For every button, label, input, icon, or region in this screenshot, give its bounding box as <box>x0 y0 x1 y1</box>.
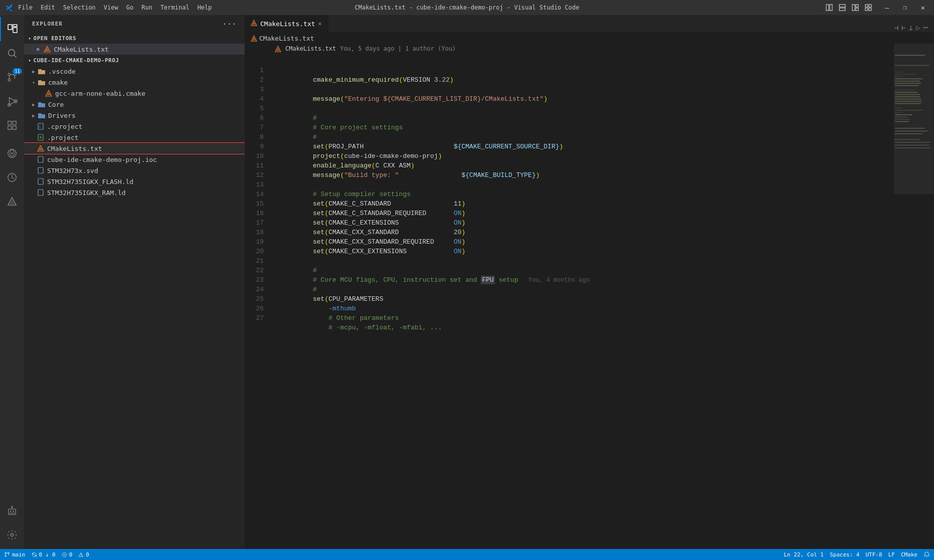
timeline-activity-icon[interactable] <box>0 165 24 190</box>
source-control-activity-icon[interactable]: 11 <box>0 65 24 89</box>
svd-file-item[interactable]: STM32H73x.svd <box>24 165 245 176</box>
cmakelists-file-item[interactable]: CMakeLists.txt <box>24 143 245 154</box>
explorer-icon[interactable] <box>0 17 24 41</box>
close-button[interactable]: ✕ <box>918 3 928 13</box>
project-file-item[interactable]: .project <box>24 132 245 143</box>
vscode-folder-icon <box>37 67 46 76</box>
line-numbers: 1 2 3 4 5 6 7 8 9 10 11 12 13 14 15 16 1… <box>245 44 270 549</box>
line-col-status-item[interactable]: Ln 22, Col 1 <box>784 551 823 558</box>
cproject-file-item[interactable]: C .cproject <box>24 121 245 132</box>
menu-help[interactable]: Help <box>198 4 212 11</box>
code-line-6: # Core project settings <box>270 113 894 123</box>
code-line-20 <box>270 247 894 256</box>
sync-status-item[interactable]: 0 ↓ 0 <box>32 551 56 558</box>
svg-rect-59 <box>895 65 930 66</box>
cmakelists-file-icon <box>36 144 45 153</box>
minimize-button[interactable]: — <box>882 3 892 13</box>
menu-file[interactable]: File <box>18 4 33 11</box>
titlebar-title-text: CMakeLists.txt - cube-ide-cmake-demo-pro… <box>355 4 580 11</box>
robot-activity-icon[interactable] <box>0 499 24 523</box>
svg-rect-70 <box>895 96 920 97</box>
open-editors-chevron: ▾ <box>28 36 32 41</box>
flash-ld-file-item[interactable]: STM32H735IGKX_FLASH.ld <box>24 176 245 187</box>
layout-icon-3[interactable] <box>852 4 859 11</box>
menu-selection[interactable]: Selection <box>63 4 96 11</box>
split-left-icon[interactable]: ⊣ <box>894 24 898 32</box>
ram-ld-file-item[interactable]: STM32H735IGKX_RAM.ld <box>24 187 245 198</box>
split-down-icon[interactable]: ⊥ <box>908 24 912 32</box>
svg-rect-75 <box>895 110 922 111</box>
svg-rect-23 <box>13 121 16 125</box>
split-right-icon[interactable]: ⊢ <box>901 24 905 32</box>
svg-rect-87 <box>895 147 931 148</box>
core-folder-item[interactable]: ▶ Core <box>24 99 245 110</box>
line-num-17: 17 <box>256 218 264 228</box>
gcc-cmake-file-item[interactable]: gcc-arm-none-eabi.cmake <box>24 88 245 99</box>
line-num-1: 1 <box>260 66 264 75</box>
branch-status-icon <box>4 551 10 557</box>
extensions-activity-icon[interactable] <box>0 113 24 137</box>
search-activity-icon[interactable] <box>0 41 24 65</box>
svg-rect-82 <box>895 131 927 132</box>
sidebar-content[interactable]: ▾ OPEN EDITORS ✕ CMakeLists.txt ▾ CUBE-I… <box>24 33 245 549</box>
menu-view[interactable]: View <box>104 4 118 11</box>
menu-terminal[interactable]: Terminal <box>160 4 190 11</box>
menu-go[interactable]: Go <box>126 4 133 11</box>
sync-icon <box>32 552 37 557</box>
titlebar-controls: — ❐ ✕ <box>826 3 928 13</box>
svg-rect-22 <box>8 121 12 125</box>
layout-icon-4[interactable] <box>865 4 872 11</box>
line-num-20: 20 <box>256 247 264 256</box>
language-status-item[interactable]: CMake <box>901 551 917 558</box>
close-editor-icon[interactable]: ✕ <box>36 46 40 53</box>
line-num-8: 8 <box>260 132 264 142</box>
cmakelists-tab[interactable]: CMakeLists.txt ✕ <box>245 15 328 32</box>
github-activity-icon[interactable] <box>0 141 24 165</box>
vscode-folder-item[interactable]: ▶ .vscode <box>24 66 245 77</box>
sidebar-header-icons: ··· <box>222 19 237 29</box>
warning-icon <box>78 552 84 557</box>
svg-rect-1 <box>830 5 832 11</box>
run-debug-activity-icon[interactable] <box>0 89 24 113</box>
line-num-11: 11 <box>256 161 264 170</box>
layout-icon-2[interactable] <box>839 4 846 11</box>
layout-icon-1[interactable] <box>826 4 833 11</box>
settings-activity-icon[interactable] <box>0 523 24 547</box>
cmake-activity-icon[interactable] <box>0 190 24 214</box>
statusbar-right: Ln 22, Col 1 Spaces: 4 UTF-8 LF CMake <box>784 551 930 558</box>
error-count: 0 <box>69 551 73 558</box>
svg-rect-6 <box>856 8 858 11</box>
code-line-7: # <box>270 123 894 132</box>
drivers-folder-chevron-icon: ▶ <box>32 113 35 118</box>
maximize-button[interactable]: ❐ <box>900 3 909 12</box>
menu-edit[interactable]: Edit <box>41 4 55 11</box>
sidebar-dots-icon[interactable]: ··· <box>222 19 237 29</box>
tab-close-icon[interactable]: ✕ <box>318 20 322 27</box>
project-section[interactable]: ▾ CUBE-IDE-CMAKE-DEMO-PROJ <box>24 55 245 66</box>
code-area[interactable]: cmake_minimum_required(VERSION 3.22) mes… <box>270 44 894 549</box>
open-editors-section[interactable]: ▾ OPEN EDITORS <box>24 33 245 44</box>
svg-rect-76 <box>895 112 902 113</box>
menu-run[interactable]: Run <box>141 4 152 11</box>
cmake-folder-label: cmake <box>48 79 68 86</box>
editor-content[interactable]: CMakeLists.txt You, 5 days ago | 1 autho… <box>245 44 934 549</box>
spaces-status-item[interactable]: Spaces: 4 <box>830 551 860 558</box>
cmake-folder-item[interactable]: ▾ cmake <box>24 77 245 88</box>
more-actions-icon[interactable]: ⋯ <box>923 23 928 32</box>
warnings-status-item[interactable]: 0 <box>78 551 89 558</box>
notification-status-item[interactable] <box>923 551 930 558</box>
ioc-file-item[interactable]: cube-ide-cmake-demo-proj.ioc <box>24 154 245 165</box>
errors-status-item[interactable]: 0 <box>62 551 73 558</box>
open-changes-icon[interactable]: ▷ <box>916 24 920 32</box>
core-folder-icon <box>37 100 46 109</box>
drivers-folder-item[interactable]: ▶ Drivers <box>24 110 245 121</box>
encoding-status-item[interactable]: UTF-8 <box>866 551 882 558</box>
editor-file-header: CMakeLists.txt You, 5 days ago | 1 autho… <box>245 44 934 54</box>
line-num-9: 9 <box>260 142 264 151</box>
line-ending-status-item[interactable]: LF <box>888 551 895 558</box>
branch-status-item[interactable]: main <box>4 551 26 558</box>
svg-rect-81 <box>895 128 925 129</box>
sync-text: 0 ↓ 0 <box>39 551 56 558</box>
titlebar: File Edit Selection View Go Run Terminal… <box>0 0 934 15</box>
open-editor-cmake[interactable]: ✕ CMakeLists.txt <box>24 44 245 55</box>
